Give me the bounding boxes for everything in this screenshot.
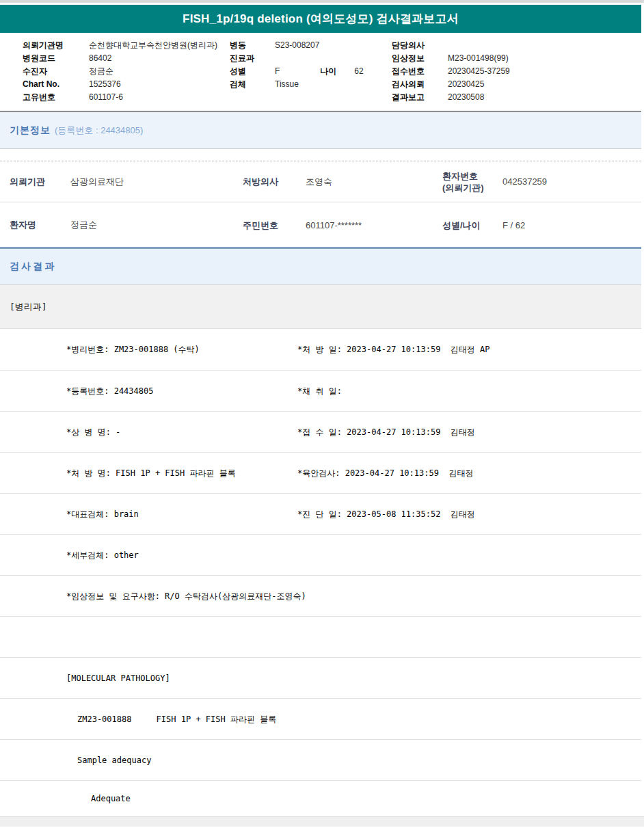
patient-header-row: 진료과 [230, 52, 397, 65]
result-left-text: Adequate [91, 794, 131, 803]
field-value: S23-008207 [275, 39, 319, 52]
patient-header-section: 의뢰기관명순천향대학교부속천안병원(병리과) 병원코드86402 수진자정금순 … [0, 33, 641, 111]
patient-header-col-middle: 병동S23-008207 진료과 성별F 나이62 검체Tissue [230, 39, 397, 91]
patient-header-row: 검사의뢰20230425 [392, 78, 510, 91]
results-section-header: 검사결과 [0, 249, 641, 285]
patient-header-row: 병동S23-008207 [230, 39, 397, 52]
basic-info-cell: 처방의사 조영숙 [243, 176, 332, 188]
field-value: 20230425 [448, 78, 484, 91]
result-right-text: *처 방 일: 2023-04-27 10:13:59 김태정 AP [297, 344, 490, 356]
result-left-text: *처 방 명: FISH 1P + FISH 파라핀 블록 [66, 467, 236, 479]
patient-header-row: 성별F 나이62 [230, 65, 397, 78]
patient-header-row: Chart No.1525376 [23, 78, 217, 91]
report-title: FISH_1p/19q deletion (여의도성모) 검사결과보고서 [183, 11, 459, 27]
patient-header-row: 의뢰기관명순천향대학교부속천안병원(병리과) [23, 39, 217, 52]
field-label: 임상정보 [392, 52, 448, 65]
field-value: 042537259 [502, 176, 547, 187]
field-label: 주민번호 [243, 219, 306, 230]
field-value: F [275, 65, 318, 78]
field-label: 결과보고 [392, 91, 448, 104]
basic-info-cell: 환자명 정금순 [10, 219, 97, 231]
result-left-text: *상 병 명: - [66, 426, 120, 438]
result-row: [MOLECULAR PATHOLOGY] [0, 657, 641, 698]
field-value: 62 [354, 65, 397, 78]
basic-info-row: 환자명 정금순 주민번호 601107-******* 성별/나이 F / 62 [0, 202, 641, 247]
basic-info-cell: 성별/나이 F / 62 [442, 219, 525, 230]
field-label: 성별/나이 [442, 219, 502, 230]
field-value: 20230425-37259 [448, 65, 510, 78]
field-value: 86402 [89, 52, 111, 65]
basic-info-cell: 환자번호(의뢰기관) 042537259 [442, 170, 547, 193]
result-right-text: *진 단 일: 2023-05-08 11:35:52 김태정 [297, 508, 475, 520]
result-row: *세부검체: other [0, 534, 641, 575]
patient-header-row: 결과보고20230508 [392, 91, 510, 104]
result-row: *대표검체: brain *진 단 일: 2023-05-08 11:35:52… [0, 493, 641, 534]
section-title: 검사결과 [10, 261, 56, 273]
patient-header-col-right: 담당의사 임상정보M23-001498(99) 접수번호20230425-372… [392, 39, 510, 104]
field-label: 성별 [230, 65, 275, 78]
result-row: *처 방 명: FISH 1P + FISH 파라핀 블록 *육안검사: 202… [0, 452, 641, 493]
field-label: 나이 [320, 65, 354, 78]
result-row [0, 616, 641, 657]
field-label: 병동 [230, 39, 275, 52]
patient-header-row: 고유번호601107-6 [23, 91, 217, 104]
result-right-text: *접 수 일: 2023-04-27 10:13:59 김태정 [297, 426, 475, 438]
field-label: 환자명 [10, 219, 70, 230]
basic-info-cell: 주민번호 601107-******* [243, 219, 362, 230]
field-label: 접수번호 [392, 65, 448, 78]
report-page: FISH_1p/19q deletion (여의도성모) 검사결과보고서 의뢰기… [0, 5, 641, 816]
section-registration-number: (등록번호 : 24434805) [55, 124, 143, 137]
result-row: *상 병 명: - *접 수 일: 2023-04-27 10:13:59 김태… [0, 411, 641, 452]
result-right-text: *육안검사: 2023-04-27 10:13:59 김태정 [297, 467, 473, 479]
department-label: [병리과] [10, 301, 47, 313]
field-label: 담당의사 [392, 39, 448, 52]
field-label: 병원코드 [23, 52, 89, 65]
basic-info-cell: 의뢰기관 삼광의료재단 [10, 176, 124, 188]
field-value: 삼광의료재단 [70, 176, 124, 188]
window-top-strip [0, 0, 644, 3]
result-left-text: *임상정보 및 요구사항: R/O 수탁검사(삼광의료재단-조영숙) [66, 590, 306, 602]
patient-header-col-left: 의뢰기관명순천향대학교부속천안병원(병리과) 병원코드86402 수진자정금순 … [23, 39, 217, 104]
result-left-text: *세부검체: other [66, 549, 139, 561]
patient-header-row: 병원코드86402 [23, 52, 217, 65]
patient-header-row: 검체Tissue [230, 78, 397, 91]
field-value: 20230508 [448, 91, 484, 104]
result-left-text: [MOLECULAR PATHOLOGY] [66, 673, 170, 683]
spacer [0, 149, 641, 161]
field-value: 601107-******* [306, 219, 362, 230]
bottom-bar [0, 816, 644, 827]
result-right-text: *채 취 일: [297, 385, 342, 397]
field-label: 검체 [230, 78, 275, 91]
field-value: M23-001498(99) [448, 52, 509, 65]
result-row: *임상정보 및 요구사항: R/O 수탁검사(삼광의료재단-조영숙) [0, 575, 641, 616]
result-row: *등록번호: 24434805 *채 취 일: [0, 370, 641, 411]
field-value: F / 62 [502, 219, 525, 230]
basic-info-section-header: 기본정보 (등록번호 : 24434805) [0, 111, 641, 149]
result-rows-container: *병리번호: ZM23-001888 (수탁) *처 방 일: 2023-04-… [0, 329, 641, 816]
patient-header-row: 임상정보M23-001498(99) [392, 52, 510, 65]
department-row: [병리과] [0, 285, 641, 329]
basic-info-row: 의뢰기관 삼광의료재단 처방의사 조영숙 환자번호(의뢰기관) 04253725… [0, 161, 641, 202]
field-value: 1525376 [89, 78, 121, 91]
result-left-text: Sample adequacy [77, 756, 151, 765]
field-value: 601107-6 [89, 91, 123, 104]
result-left-text: *병리번호: ZM23-001888 (수탁) [66, 344, 200, 356]
result-row: ZM23-001888 FISH 1P + FISH 파라핀 블록 [0, 698, 641, 739]
field-label: 수진자 [23, 65, 89, 78]
report-title-bar: FISH_1p/19q deletion (여의도성모) 검사결과보고서 [0, 5, 641, 33]
field-value: 정금순 [70, 219, 97, 231]
field-label: 진료과 [230, 52, 275, 65]
field-value: 정금순 [89, 65, 113, 78]
result-row: *병리번호: ZM23-001888 (수탁) *처 방 일: 2023-04-… [0, 329, 641, 370]
field-value: Tissue [275, 78, 318, 91]
field-label: 의뢰기관 [10, 176, 70, 187]
section-title: 기본정보 [10, 124, 51, 137]
field-value: 조영숙 [306, 176, 332, 188]
field-label: 고유번호 [23, 91, 89, 104]
patient-header-row: 접수번호20230425-37259 [392, 65, 510, 78]
field-label: Chart No. [23, 78, 89, 91]
result-left-text: *대표검체: brain [66, 508, 139, 520]
field-label: 환자번호(의뢰기관) [442, 170, 502, 193]
patient-header-row: 수진자정금순 [23, 65, 217, 78]
field-value: 순천향대학교부속천안병원(병리과) [89, 39, 217, 52]
